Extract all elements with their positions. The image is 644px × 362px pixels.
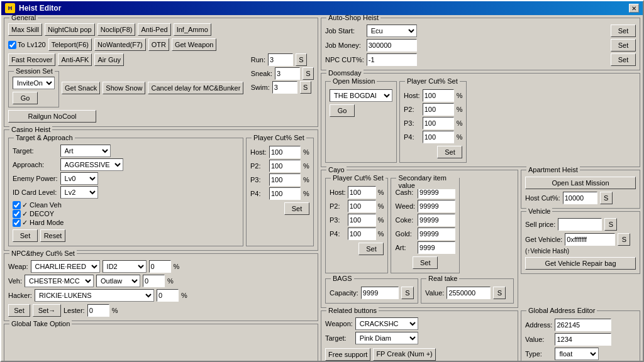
get-vehicle-s-btn[interactable]: S xyxy=(618,233,630,246)
nightclub-pop-btn[interactable]: NightClub pop xyxy=(45,23,95,36)
open-mission-select[interactable]: THE BOGDAI xyxy=(330,89,392,102)
address-input[interactable] xyxy=(555,319,611,331)
rb-target-select[interactable]: Pink Diam xyxy=(355,332,418,344)
casino-p3-input[interactable] xyxy=(269,173,301,186)
veh-val-input[interactable] xyxy=(143,275,165,287)
sneak-s-btn[interactable]: S xyxy=(303,67,314,80)
enemy-select[interactable]: Lv0 xyxy=(60,172,98,185)
window-title: Heist Editor xyxy=(19,4,625,13)
dd-p3-input[interactable] xyxy=(423,117,454,129)
id-select[interactable]: Lv2 xyxy=(60,186,98,199)
close-button[interactable]: ✕ xyxy=(629,4,639,13)
job-start-set-btn[interactable]: Set xyxy=(611,25,636,37)
weed-input[interactable] xyxy=(418,200,455,212)
dd-cut-set-btn[interactable]: Set xyxy=(437,146,462,158)
cayo-p2-input[interactable] xyxy=(348,200,376,212)
hard-mode-checkbox[interactable] xyxy=(13,219,21,227)
lester-val-input[interactable] xyxy=(87,304,109,317)
doomsday-go-btn[interactable]: Go xyxy=(330,104,355,117)
bags-s-btn[interactable]: S xyxy=(401,287,414,299)
session-go-btn[interactable]: Go xyxy=(13,92,38,104)
show-snow-btn[interactable]: Show Snow xyxy=(103,82,145,94)
ga-type-select[interactable]: float xyxy=(555,348,599,360)
weap-name2-select[interactable]: ID2 xyxy=(103,260,147,273)
weap-val-input[interactable] xyxy=(149,260,171,273)
fast-recover-btn[interactable]: Fast Recover xyxy=(8,53,55,66)
host-cut-input[interactable] xyxy=(563,192,597,204)
cancel-delay-btn[interactable]: Cancel delay for MC&Bunker xyxy=(148,82,243,94)
cayo-p4-input[interactable] xyxy=(348,228,376,240)
real-take-input[interactable] xyxy=(447,287,491,299)
npc-set-arrow-btn[interactable]: Set→ xyxy=(33,304,61,317)
lester-label: Lester: xyxy=(64,307,85,314)
anti-afk-btn[interactable]: Anti-AFK xyxy=(58,53,92,66)
casino-host-input[interactable] xyxy=(269,146,301,158)
swim-input[interactable] xyxy=(272,81,297,94)
target-reset-btn[interactable]: Reset xyxy=(40,229,65,242)
job-start-select[interactable]: Ecu xyxy=(367,25,417,37)
dd-p2-input[interactable] xyxy=(423,103,454,116)
weapon-select[interactable]: CRACKSHC xyxy=(355,317,418,330)
noclip-btn[interactable]: Noclip(F8) xyxy=(97,23,136,36)
job-money-input[interactable] xyxy=(367,39,417,52)
clean-veh-checkbox[interactable] xyxy=(13,201,21,209)
cayo-p3-input[interactable] xyxy=(348,214,376,226)
max-skill-btn[interactable]: Max Skill xyxy=(8,23,42,36)
otr-btn[interactable]: OTR xyxy=(148,38,169,51)
casino-p2-input[interactable] xyxy=(269,160,301,172)
veh-name1-select[interactable]: CHESTER·MCC xyxy=(25,275,94,287)
gold-input[interactable] xyxy=(418,228,455,240)
capacity-input[interactable] xyxy=(361,287,399,299)
get-weapon-btn[interactable]: Get Weapon xyxy=(172,38,217,51)
cayo-host-input[interactable] xyxy=(348,186,376,199)
weap-name1-select[interactable]: CHARLIE·REED xyxy=(31,260,100,273)
sell-price-input[interactable] xyxy=(558,218,602,231)
casino-p4-input[interactable] xyxy=(269,187,301,200)
run-s-btn[interactable]: S xyxy=(296,53,307,66)
coke-input[interactable] xyxy=(418,214,455,226)
decoy-checkbox[interactable] xyxy=(13,210,21,218)
inf-ammo-btn[interactable]: Inf_Ammo xyxy=(174,23,211,36)
to-lv120-checkbox[interactable] xyxy=(8,41,16,49)
dd-p4-input[interactable] xyxy=(423,131,454,143)
get-snack-btn[interactable]: Get Snack xyxy=(62,82,100,94)
real-take-s-btn[interactable]: S xyxy=(493,287,506,299)
target-set-btn[interactable]: Set xyxy=(13,229,38,242)
casino-cut-set-btn[interactable]: Set xyxy=(284,202,309,215)
run-input[interactable] xyxy=(268,53,293,66)
cayo-host-label: Host: xyxy=(330,189,346,196)
art-input[interactable] xyxy=(418,241,455,254)
job-money-set-btn[interactable]: Set xyxy=(611,39,636,52)
sneak-input[interactable] xyxy=(275,67,300,80)
apartment-s-btn[interactable]: S xyxy=(600,192,613,204)
nowanted-btn[interactable]: NoWanted(F7) xyxy=(94,38,146,51)
open-last-mission-btn[interactable]: Open Last Mission xyxy=(525,177,636,189)
open-mission-group: Open Mission THE BOGDAI Go xyxy=(325,81,397,163)
session-set-label: Session Set xyxy=(14,67,55,75)
target-approach-label: Target & Approach xyxy=(14,134,75,141)
target-select[interactable]: Art xyxy=(60,145,111,157)
air-guy-btn[interactable]: Air Guy xyxy=(94,53,124,66)
get-repair-bag-btn[interactable]: Get Vehicle Repair bag xyxy=(525,257,636,270)
railgun-nocool-btn[interactable]: Railgun NoCool xyxy=(8,110,96,123)
free-support-btn[interactable]: Free support xyxy=(325,348,370,361)
hacker-select[interactable]: RICKIE·LUKENS xyxy=(35,289,154,302)
dd-host-input[interactable] xyxy=(423,89,454,102)
npc-cut-input[interactable] xyxy=(367,53,417,66)
cayo-cut-set-btn[interactable]: Set xyxy=(358,243,384,255)
sell-price-s-btn[interactable]: S xyxy=(604,218,617,231)
get-vehicle-input[interactable] xyxy=(565,233,615,246)
swim-s-btn[interactable]: S xyxy=(300,81,311,94)
session-set-select[interactable]: InviteOn xyxy=(13,77,55,89)
secondary-set-btn[interactable]: Set xyxy=(413,256,438,269)
npc-set-btn[interactable]: Set xyxy=(8,304,30,317)
fp-creak-btn[interactable]: FP Creak (Num +) xyxy=(373,348,435,361)
cayo-p2-label: P2: xyxy=(330,202,346,210)
veh-name2-select[interactable]: Outlaw xyxy=(96,275,140,287)
approach-select[interactable]: AGGRESSIVE xyxy=(60,158,123,171)
ga-value-input[interactable] xyxy=(555,333,611,346)
teleport-btn[interactable]: Teleport(F6) xyxy=(48,38,92,51)
hacker-val-input[interactable] xyxy=(157,289,179,302)
npc-cut-set-btn[interactable]: Set xyxy=(611,53,636,66)
anti-ped-btn[interactable]: Anti-Ped xyxy=(138,23,170,36)
